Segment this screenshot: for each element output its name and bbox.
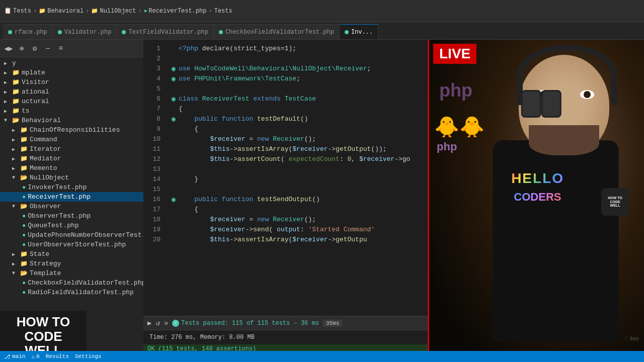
tree-item-observer[interactable]: ▼ 📂 Observer <box>0 202 143 211</box>
minus-icon[interactable]: — <box>43 44 52 53</box>
file-icon-userobserver: ● <box>22 241 26 248</box>
tests-passed-indicator: ✓ Tests passed: 115 of 115 tests – 36 ms <box>172 320 319 327</box>
file-icon-updatephone: ● <box>22 232 26 239</box>
file-icon-observertest: ● <box>22 213 26 220</box>
tab-dot2 <box>58 30 62 34</box>
breadcrumb-tests: 📋 Tests <box>4 7 31 15</box>
chevron-icon[interactable]: » <box>164 319 168 327</box>
rerun-icon[interactable]: ↺ <box>155 319 159 327</box>
status-errors: ⚠ 0 <box>31 353 39 360</box>
tree-item-invokertest[interactable]: ● InvokerTest.php <box>0 183 143 192</box>
tree-item-strategy[interactable]: ▶ 📁 Strategy <box>0 259 143 268</box>
likes-area: ♡ ikes <box>624 336 639 341</box>
folder-icon: 📁 <box>39 8 46 14</box>
tab-validator[interactable]: Validator.php <box>53 24 117 39</box>
folder-icon-ts: 📁 <box>12 107 20 115</box>
tree-item-nullobject[interactable]: ▼ 📂 NullObject <box>0 173 143 183</box>
settings-icon[interactable]: ⚙ <box>30 44 39 53</box>
headphone-cup-right <box>541 90 561 118</box>
error-icon: ⚠ <box>31 353 35 360</box>
tree-item-uctural[interactable]: ▶ 📁 uctural <box>0 97 143 106</box>
folder-icon-state: 📁 <box>20 250 28 258</box>
tree-item-memento[interactable]: ▶ 📁 Memento <box>0 163 143 173</box>
timer-badge: 35ms <box>323 320 342 327</box>
folder-icon-observer: 📂 <box>20 203 28 210</box>
tree-item-template2[interactable]: ▼ 📂 Template <box>0 268 143 278</box>
folder-icon-uctural: 📁 <box>12 98 20 105</box>
folder-icon-strategy: 📁 <box>20 260 28 267</box>
tree-item-userobserver[interactable]: ● UserObserverStoreTest.php <box>0 240 143 249</box>
tab-bar: rface.php Validator.php TextFieldValidat… <box>0 22 644 40</box>
tree-item-chainofresponsibilities[interactable]: ▶ 📁 ChainOfResponsibilities <box>0 125 143 135</box>
file-icon-queue: ● <box>22 222 26 229</box>
menu-icon[interactable]: ≡ <box>56 44 65 53</box>
results-icon[interactable]: ▶ <box>147 319 151 327</box>
htcw-shirt-badge: HOW TOCODEWELL <box>601 188 629 216</box>
breadcrumb-nullobject: 📁 NullObject <box>91 8 136 15</box>
sidebar-toolbar: ◀▶ ⊕ ⚙ — ≡ <box>0 40 143 57</box>
tab-checkbox[interactable]: CheckboxFieldValidatorTest.php <box>214 24 340 39</box>
folder-icon-command: 📁 <box>20 136 28 143</box>
tree-item-y[interactable]: ▶ y <box>0 58 143 68</box>
file-tree-sidebar: ◀▶ ⊕ ⚙ — ≡ ▶ y ▶ 📁 mplate ▶ 📁 <box>0 40 143 362</box>
tab-dot3 <box>122 30 126 34</box>
tree-item-ts[interactable]: ▶ 📁 ts <box>0 106 143 116</box>
folder-icon-behavioral: 📂 <box>12 117 20 124</box>
file-icon-receiver: ● <box>22 194 26 201</box>
tree-item-mediator[interactable]: ▶ 📁 Mediator <box>0 154 143 163</box>
folder-icon-memento: 📁 <box>20 164 28 172</box>
php-label: php <box>437 140 457 153</box>
pass-dot: ✓ <box>172 320 179 327</box>
folder-icon-iterator: 📁 <box>20 145 28 153</box>
php-bg-text: php <box>439 80 472 101</box>
breadcrumb-behavioral: 📁 Behavioral <box>39 8 84 15</box>
folder-icon-ational: 📁 <box>12 88 20 96</box>
tree-item-template[interactable]: ▶ 📁 mplate <box>0 68 143 77</box>
tree-item-checkboxfield[interactable]: ● CheckboxFieldValidatorTest.php <box>0 278 143 288</box>
tree-item-command[interactable]: ▶ 📁 Command <box>0 135 143 144</box>
tab-inv[interactable]: Inv... <box>340 24 378 39</box>
tree-item-ational[interactable]: ▶ 📁 ational <box>0 87 143 97</box>
status-results: Results <box>46 353 69 359</box>
breadcrumb-bar: 📋 Tests › 📁 Behavioral › 📁 NullObject › … <box>0 0 644 22</box>
tab-dot <box>8 30 12 34</box>
breadcrumb-file: ● ReceiverTest.php <box>144 8 207 15</box>
breadcrumb: 📋 Tests › 📁 Behavioral › 📁 NullObject › … <box>4 7 232 15</box>
tab-rface[interactable]: rface.php <box>3 24 53 39</box>
collapse-icon[interactable]: ◀▶ <box>4 44 13 53</box>
shirt-hello: HELLO <box>511 170 564 187</box>
folder-icon-nullobject: 📂 <box>20 174 28 182</box>
tab-textfield[interactable]: TextFieldValidator.php <box>117 24 213 39</box>
tree-item-state[interactable]: ▶ 📁 State <box>0 249 143 259</box>
headphone-cup-left <box>521 90 541 118</box>
tree-item-updatephone[interactable]: ● UpdatePhoneNumberObserverTest.php <box>0 230 143 240</box>
webcam-person: php <box>429 40 644 362</box>
tests-icon: 📋 <box>4 7 12 15</box>
folder-icon-cor: 📁 <box>20 126 28 134</box>
tree-item-observertest[interactable]: ● ObserverTest.php <box>0 211 143 221</box>
tree-item-queuetest[interactable]: ● QueueTest.php <box>0 221 143 230</box>
tab-dot5 <box>345 30 349 34</box>
status-bar: ⎇ main ⚠ 0 Results Settings <box>0 351 644 362</box>
add-icon[interactable]: ⊕ <box>17 44 26 53</box>
tree-item-receivertest[interactable]: ● ReceiverTest.php <box>0 192 143 202</box>
folder-icon2: 📁 <box>91 8 98 14</box>
folder-icon-template: 📁 <box>12 69 20 76</box>
live-badge: LIVE <box>433 44 476 64</box>
webcam-overlay: LIVE php <box>428 40 644 362</box>
status-settings: Settings <box>75 353 102 359</box>
tree-item-radiofield[interactable]: ● RadioFieldValidatorTest.php <box>0 288 143 297</box>
tree-item-visitor[interactable]: ▶ 📁 Visitor <box>0 77 143 87</box>
folder-icon-template2: 📂 <box>20 269 28 277</box>
line-numbers: 12345 678910 1112131415 1617181920 <box>143 40 165 316</box>
git-icon: ⎇ <box>4 353 11 360</box>
folder-icon-mediator: 📁 <box>20 155 28 162</box>
status-branch: ⎇ main <box>4 353 25 360</box>
tree-item-iterator[interactable]: ▶ 📁 Iterator <box>0 144 143 154</box>
file-tree: ▶ y ▶ 📁 mplate ▶ 📁 Visitor ▶ 📁 ational <box>0 57 143 298</box>
tab-dot4 <box>219 30 223 34</box>
tree-item-behavioral[interactable]: ▼ 📂 Behavioral <box>0 116 143 125</box>
folder-icon-visitor: 📁 <box>12 78 20 86</box>
file-icon-invoker: ● <box>22 184 26 191</box>
htcw-badge-text: HOW TOCODEWELL <box>608 196 622 208</box>
